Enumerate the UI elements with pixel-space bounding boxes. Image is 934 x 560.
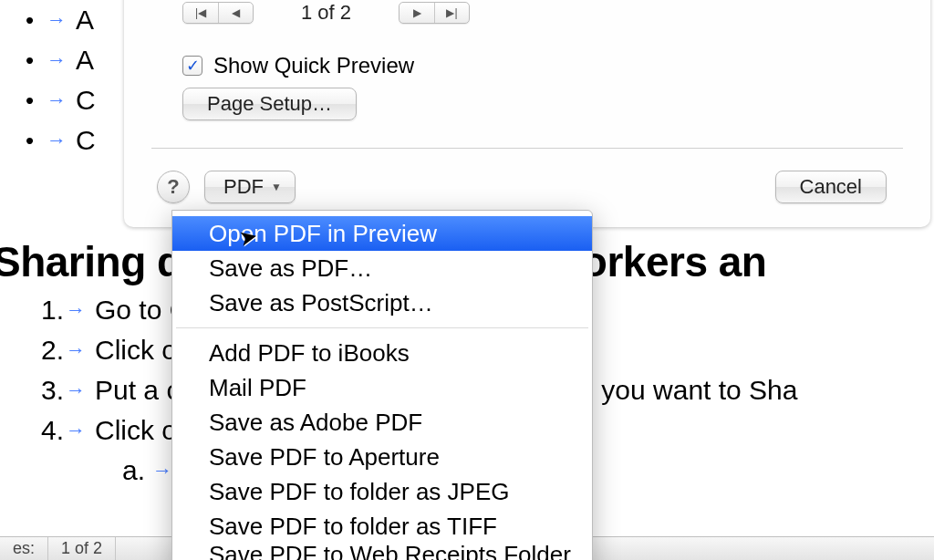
- tab-arrow-icon: →: [66, 338, 86, 362]
- tab-arrow-icon: →: [47, 129, 67, 152]
- show-quick-preview-checkbox[interactable]: ✓: [182, 56, 202, 76]
- pager-next-button[interactable]: ▶: [400, 3, 434, 23]
- bullet-dot-icon: •: [26, 87, 34, 115]
- tab-arrow-icon: →: [66, 379, 86, 402]
- pdf-button-label: PDF: [223, 175, 264, 199]
- list-number: 3.: [18, 375, 64, 406]
- menu-item-mail-pdf[interactable]: Mail PDF: [172, 370, 592, 405]
- bullet-dot-icon: •: [26, 6, 34, 35]
- menu-item-save-folder-tiff[interactable]: Save PDF to folder as TIFF: [172, 509, 592, 544]
- print-dialog: |◀ ◀ 1 of 2 ▶ ▶| ✓ Show Quick Preview Pa…: [124, 0, 930, 227]
- page-setup-row: Page Setup…: [182, 88, 903, 120]
- menu-item-open-pdf-preview[interactable]: Open PDF in Preview: [172, 216, 592, 251]
- bullet-dot-icon: •: [26, 127, 34, 155]
- tab-arrow-icon: →: [66, 298, 86, 322]
- bullet-text: A: [76, 45, 94, 76]
- dialog-bottom-row: ? PDF ▼ Cancel: [151, 171, 903, 203]
- menu-item-save-as-postscript[interactable]: Save as PostScript…: [172, 285, 592, 320]
- tab-arrow-icon: →: [47, 48, 67, 72]
- menu-item-partial[interactable]: Save PDF to Web Receipts Folder: [172, 544, 592, 560]
- tab-arrow-icon: →: [152, 459, 172, 482]
- chevron-down-icon: ▼: [271, 181, 282, 193]
- list-number: 4.: [18, 415, 64, 446]
- list-number: 2.: [18, 335, 64, 366]
- tab-arrow-icon: →: [66, 419, 86, 442]
- sub-list-letter: a.: [122, 455, 145, 486]
- menu-item-save-to-aperture[interactable]: Save PDF to Aperture: [172, 440, 592, 474]
- tab-arrow-icon: →: [47, 8, 67, 32]
- pager-last-button[interactable]: ▶|: [434, 3, 469, 23]
- pager-prev-button[interactable]: ◀: [218, 3, 253, 23]
- menu-item-add-to-ibooks[interactable]: Add PDF to iBooks: [172, 336, 592, 370]
- bullet-list: • → A • → A • → C • → C: [0, 0, 96, 161]
- pdf-menu-button[interactable]: PDF ▼: [204, 171, 296, 203]
- bullet-text: A: [76, 5, 94, 36]
- bullet-item: • → C: [0, 120, 96, 161]
- bullet-dot-icon: •: [26, 47, 34, 75]
- dialog-divider: [151, 148, 903, 149]
- help-button[interactable]: ?: [157, 171, 190, 203]
- show-quick-preview-row: ✓ Show Quick Preview: [182, 53, 903, 78]
- bullet-item: • → C: [0, 80, 96, 120]
- preview-pager: |◀ ◀ 1 of 2 ▶ ▶|: [182, 0, 903, 26]
- menu-item-save-folder-jpeg[interactable]: Save PDF to folder as JPEG: [172, 474, 592, 509]
- pdf-dropdown-menu: Open PDF in Preview Save as PDF… Save as…: [171, 210, 593, 560]
- menu-item-save-adobe-pdf[interactable]: Save as Adobe PDF: [172, 405, 592, 440]
- list-number: 1.: [18, 295, 64, 326]
- status-page-cell: 1 of 2: [48, 537, 116, 560]
- page-setup-button[interactable]: Page Setup…: [182, 88, 357, 120]
- pager-first-button[interactable]: |◀: [183, 3, 218, 23]
- bullet-text: C: [76, 85, 96, 116]
- pager-label: 1 of 2: [301, 1, 351, 25]
- pager-forward-group: ▶ ▶|: [399, 2, 470, 24]
- bullet-item: • → A: [0, 40, 96, 80]
- bullet-item: • → A: [0, 0, 96, 40]
- menu-separator: [176, 327, 588, 328]
- menu-item-save-as-pdf[interactable]: Save as PDF…: [172, 251, 592, 285]
- bullet-text: C: [76, 125, 96, 156]
- cancel-button[interactable]: Cancel: [775, 171, 887, 203]
- status-left-cell: es:: [0, 537, 48, 560]
- tab-arrow-icon: →: [47, 88, 67, 112]
- show-quick-preview-label: Show Quick Preview: [213, 53, 414, 78]
- pager-back-group: |◀ ◀: [182, 2, 254, 24]
